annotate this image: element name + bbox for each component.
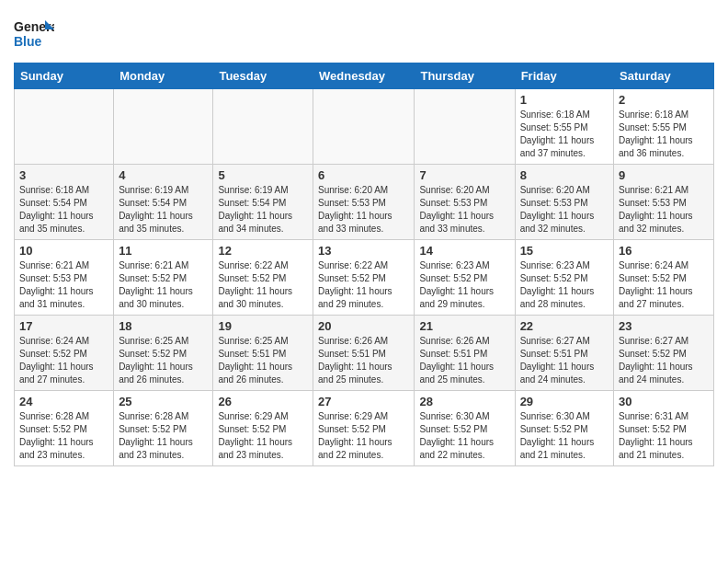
day-number: 28 [419,395,509,408]
day-cell: 21Sunrise: 6:26 AM Sunset: 5:51 PM Dayli… [415,316,515,391]
day-number: 7 [419,168,509,182]
day-number: 5 [218,168,308,182]
day-cell: 22Sunrise: 6:27 AM Sunset: 5:51 PM Dayli… [515,316,613,391]
day-number: 4 [119,168,208,182]
weekday-header-sunday: Sunday [15,63,114,89]
svg-text:Blue: Blue [14,34,42,49]
day-cell: 11Sunrise: 6:21 AM Sunset: 5:52 PM Dayli… [114,240,213,316]
day-number: 30 [619,395,709,408]
day-info: Sunrise: 6:18 AM Sunset: 5:54 PM Dayligh… [19,184,108,236]
day-cell: 23Sunrise: 6:27 AM Sunset: 5:52 PM Dayli… [614,316,714,391]
day-info: Sunrise: 6:22 AM Sunset: 5:52 PM Dayligh… [318,259,409,311]
day-cell: 16Sunrise: 6:24 AM Sunset: 5:52 PM Dayli… [614,240,714,316]
day-number: 8 [520,168,609,182]
day-info: Sunrise: 6:28 AM Sunset: 5:52 PM Dayligh… [119,410,208,462]
weekday-header-monday: Monday [114,63,213,89]
day-info: Sunrise: 6:20 AM Sunset: 5:53 PM Dayligh… [419,184,509,236]
day-info: Sunrise: 6:28 AM Sunset: 5:52 PM Dayligh… [19,410,108,462]
day-number: 25 [119,395,208,408]
day-cell: 14Sunrise: 6:23 AM Sunset: 5:52 PM Dayli… [415,240,515,316]
logo: General Blue [14,15,54,55]
day-number: 2 [619,93,709,107]
day-number: 19 [218,319,308,333]
day-info: Sunrise: 6:25 AM Sunset: 5:51 PM Dayligh… [218,335,308,386]
day-cell: 10Sunrise: 6:21 AM Sunset: 5:53 PM Dayli… [15,240,114,316]
day-cell: 13Sunrise: 6:22 AM Sunset: 5:52 PM Dayli… [313,240,415,316]
day-cell: 1Sunrise: 6:18 AM Sunset: 5:55 PM Daylig… [515,89,613,165]
week-row-4: 17Sunrise: 6:24 AM Sunset: 5:52 PM Dayli… [15,316,714,391]
weekday-header-saturday: Saturday [614,63,714,89]
day-number: 1 [520,93,609,107]
day-info: Sunrise: 6:21 AM Sunset: 5:52 PM Dayligh… [119,259,208,311]
day-cell: 25Sunrise: 6:28 AM Sunset: 5:52 PM Dayli… [114,391,213,466]
day-number: 24 [19,395,108,408]
day-info: Sunrise: 6:27 AM Sunset: 5:51 PM Dayligh… [520,335,609,386]
day-number: 29 [520,395,609,408]
day-cell: 29Sunrise: 6:30 AM Sunset: 5:52 PM Dayli… [515,391,613,466]
day-cell [213,89,313,165]
day-cell: 5Sunrise: 6:19 AM Sunset: 5:54 PM Daylig… [213,165,313,240]
day-cell: 27Sunrise: 6:29 AM Sunset: 5:52 PM Dayli… [313,391,415,466]
weekday-header-friday: Friday [515,63,613,89]
day-number: 9 [619,168,709,182]
day-number: 14 [419,244,509,258]
day-cell: 19Sunrise: 6:25 AM Sunset: 5:51 PM Dayli… [213,316,313,391]
day-info: Sunrise: 6:22 AM Sunset: 5:52 PM Dayligh… [218,259,308,311]
day-info: Sunrise: 6:19 AM Sunset: 5:54 PM Dayligh… [119,184,208,236]
day-cell: 24Sunrise: 6:28 AM Sunset: 5:52 PM Dayli… [15,391,114,466]
day-number: 17 [19,319,108,333]
day-number: 13 [318,244,409,258]
day-number: 11 [119,244,208,258]
day-number: 23 [619,319,709,333]
weekday-header-thursday: Thursday [415,63,515,89]
day-cell: 15Sunrise: 6:23 AM Sunset: 5:52 PM Dayli… [515,240,613,316]
day-info: Sunrise: 6:29 AM Sunset: 5:52 PM Dayligh… [218,410,308,462]
day-number: 16 [619,244,709,258]
weekday-header-wednesday: Wednesday [313,63,415,89]
day-cell: 3Sunrise: 6:18 AM Sunset: 5:54 PM Daylig… [15,165,114,240]
day-cell: 17Sunrise: 6:24 AM Sunset: 5:52 PM Dayli… [15,316,114,391]
calendar: SundayMondayTuesdayWednesdayThursdayFrid… [14,63,714,466]
day-info: Sunrise: 6:18 AM Sunset: 5:55 PM Dayligh… [520,109,609,160]
day-info: Sunrise: 6:21 AM Sunset: 5:53 PM Dayligh… [19,259,108,311]
day-info: Sunrise: 6:20 AM Sunset: 5:53 PM Dayligh… [318,184,409,236]
logo-svg: General Blue [14,15,54,55]
week-row-1: 1Sunrise: 6:18 AM Sunset: 5:55 PM Daylig… [15,89,714,165]
weekday-header-row: SundayMondayTuesdayWednesdayThursdayFrid… [15,63,714,89]
day-cell [415,89,515,165]
day-cell: 28Sunrise: 6:30 AM Sunset: 5:52 PM Dayli… [415,391,515,466]
day-number: 27 [318,395,409,408]
day-info: Sunrise: 6:31 AM Sunset: 5:52 PM Dayligh… [619,410,709,462]
day-info: Sunrise: 6:26 AM Sunset: 5:51 PM Dayligh… [419,335,509,386]
day-cell: 12Sunrise: 6:22 AM Sunset: 5:52 PM Dayli… [213,240,313,316]
day-number: 20 [318,319,409,333]
day-info: Sunrise: 6:21 AM Sunset: 5:53 PM Dayligh… [619,184,709,236]
day-info: Sunrise: 6:29 AM Sunset: 5:52 PM Dayligh… [318,410,409,462]
day-cell: 30Sunrise: 6:31 AM Sunset: 5:52 PM Dayli… [614,391,714,466]
page: General Blue SundayMondayTuesdayWednesda… [0,0,728,480]
week-row-5: 24Sunrise: 6:28 AM Sunset: 5:52 PM Dayli… [15,391,714,466]
day-number: 26 [218,395,308,408]
week-row-3: 10Sunrise: 6:21 AM Sunset: 5:53 PM Dayli… [15,240,714,316]
day-info: Sunrise: 6:18 AM Sunset: 5:55 PM Dayligh… [619,109,709,160]
day-cell [15,89,114,165]
day-number: 18 [119,319,208,333]
day-info: Sunrise: 6:19 AM Sunset: 5:54 PM Dayligh… [218,184,308,236]
day-info: Sunrise: 6:20 AM Sunset: 5:53 PM Dayligh… [520,184,609,236]
day-info: Sunrise: 6:25 AM Sunset: 5:52 PM Dayligh… [119,335,208,386]
day-info: Sunrise: 6:23 AM Sunset: 5:52 PM Dayligh… [520,259,609,311]
day-cell: 7Sunrise: 6:20 AM Sunset: 5:53 PM Daylig… [415,165,515,240]
day-cell: 9Sunrise: 6:21 AM Sunset: 5:53 PM Daylig… [614,165,714,240]
day-number: 22 [520,319,609,333]
day-cell: 2Sunrise: 6:18 AM Sunset: 5:55 PM Daylig… [614,89,714,165]
day-cell: 26Sunrise: 6:29 AM Sunset: 5:52 PM Dayli… [213,391,313,466]
day-info: Sunrise: 6:23 AM Sunset: 5:52 PM Dayligh… [419,259,509,311]
day-number: 21 [419,319,509,333]
day-info: Sunrise: 6:27 AM Sunset: 5:52 PM Dayligh… [619,335,709,386]
day-info: Sunrise: 6:24 AM Sunset: 5:52 PM Dayligh… [619,259,709,311]
week-row-2: 3Sunrise: 6:18 AM Sunset: 5:54 PM Daylig… [15,165,714,240]
day-cell: 4Sunrise: 6:19 AM Sunset: 5:54 PM Daylig… [114,165,213,240]
day-cell: 20Sunrise: 6:26 AM Sunset: 5:51 PM Dayli… [313,316,415,391]
day-info: Sunrise: 6:30 AM Sunset: 5:52 PM Dayligh… [419,410,509,462]
day-info: Sunrise: 6:24 AM Sunset: 5:52 PM Dayligh… [19,335,108,386]
